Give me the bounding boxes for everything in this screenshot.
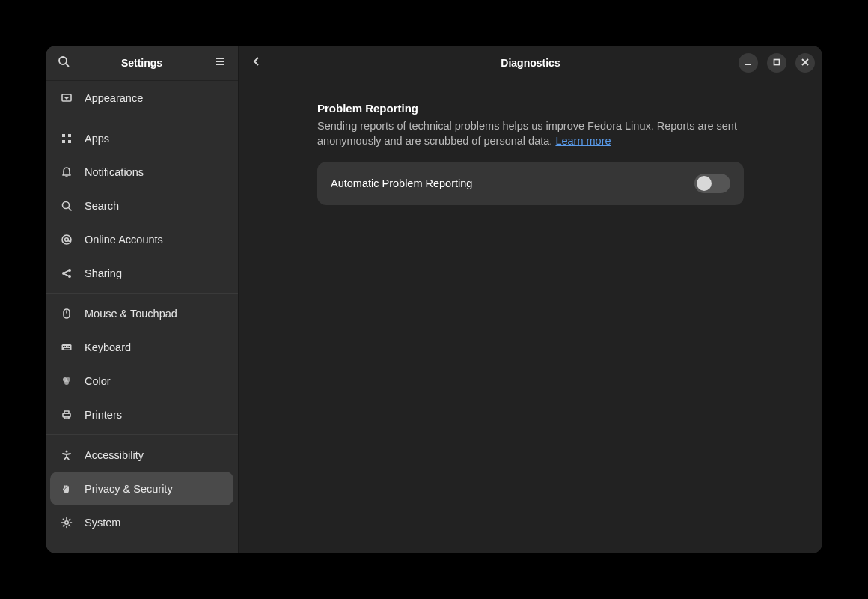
learn-more-link[interactable]: Learn more [555, 135, 611, 147]
sidebar-item-color[interactable]: Color [46, 364, 238, 398]
sidebar-item-label: Appearance [85, 92, 143, 104]
sidebar-item-mouse-touchpad[interactable]: Mouse & Touchpad [46, 297, 238, 330]
svg-line-12 [69, 207, 72, 210]
minimize-icon [742, 56, 754, 70]
keyboard-icon [59, 341, 74, 353]
gear-icon [59, 517, 74, 529]
svg-rect-6 [62, 134, 65, 137]
sidebar-item-label: Accessibility [85, 449, 144, 461]
sidebar-item-online-accounts[interactable]: Online Accounts [46, 222, 238, 256]
search-icon [59, 200, 74, 212]
content-area: Problem Reporting Sending reports of tec… [239, 81, 822, 553]
sidebar-header: Settings [46, 46, 238, 81]
back-button[interactable] [246, 52, 267, 73]
sidebar-item-apps[interactable]: Apps [46, 121, 238, 155]
close-button[interactable] [795, 53, 815, 73]
sidebar-item-label: Mouse & Touchpad [85, 308, 177, 320]
sidebar-item-printers[interactable]: Printers [46, 398, 238, 431]
maximize-icon [771, 56, 783, 70]
svg-rect-27 [64, 348, 70, 350]
sidebar-item-keyboard[interactable]: Keyboard [46, 330, 238, 364]
sidebar-list: AppearanceAppsNotificationsSearchOnline … [46, 81, 238, 553]
section-description: Sending reports of technical problems he… [317, 119, 744, 148]
window-controls [739, 53, 815, 73]
svg-rect-32 [64, 411, 69, 413]
svg-point-0 [59, 57, 67, 64]
svg-rect-9 [68, 140, 71, 143]
svg-point-30 [64, 380, 69, 385]
sidebar-item-search[interactable]: Search [46, 189, 238, 222]
sidebar-item-accessibility[interactable]: Accessibility [46, 438, 238, 472]
svg-line-19 [65, 274, 69, 276]
settings-window: Settings AppearanceAppsNotificationsSear… [46, 46, 822, 553]
search-icon [58, 55, 70, 70]
close-icon [799, 56, 811, 70]
page-title: Diagnostics [239, 57, 822, 69]
svg-line-18 [65, 270, 69, 273]
main-panel: Diagnostics [239, 46, 822, 553]
svg-rect-37 [774, 59, 780, 64]
at-icon [59, 234, 74, 246]
section-description-text: Sending reports of technical problems he… [317, 120, 737, 147]
sidebar-item-label: Notifications [85, 166, 144, 178]
svg-point-35 [65, 520, 68, 523]
hand-icon [59, 483, 74, 495]
svg-rect-24 [65, 346, 67, 347]
svg-rect-22 [62, 344, 72, 350]
hamburger-icon [214, 55, 226, 70]
sidebar-item-appearance[interactable]: Appearance [46, 81, 238, 115]
menu-button[interactable] [210, 52, 230, 73]
separator [46, 293, 238, 294]
sidebar-item-notifications[interactable]: Notifications [46, 155, 238, 189]
sidebar-item-label: Privacy & Security [85, 483, 173, 495]
search-button[interactable] [53, 52, 74, 73]
bell-icon [59, 166, 74, 178]
mouse-icon [59, 308, 74, 320]
share-icon [59, 267, 74, 279]
svg-rect-23 [63, 346, 64, 347]
sidebar-item-label: Apps [85, 133, 109, 145]
svg-rect-25 [67, 346, 68, 347]
printer-icon [59, 409, 74, 421]
sidebar-item-privacy-security[interactable]: Privacy & Security [50, 472, 233, 505]
minimize-button[interactable] [739, 53, 758, 73]
automatic-problem-reporting-row[interactable]: Automatic Problem Reporting [317, 162, 744, 205]
svg-point-13 [62, 235, 71, 244]
chevron-left-icon [251, 55, 263, 70]
sidebar-item-label: Printers [85, 409, 122, 421]
separator [46, 118, 238, 118]
separator [46, 434, 238, 435]
appearance-icon [59, 92, 74, 104]
sidebar-item-label: Color [85, 375, 111, 387]
sidebar-item-sharing[interactable]: Sharing [46, 256, 238, 290]
sidebar-item-label: System [85, 517, 120, 529]
svg-point-34 [66, 450, 68, 452]
sidebar-item-label: Keyboard [85, 341, 131, 353]
sidebar-item-label: Sharing [85, 267, 122, 279]
section-title: Problem Reporting [317, 102, 744, 115]
maximize-button[interactable] [767, 53, 786, 73]
sidebar-item-label: Search [85, 200, 119, 212]
svg-line-1 [66, 64, 69, 67]
svg-rect-8 [62, 140, 65, 143]
row-label: Automatic Problem Reporting [331, 177, 472, 189]
color-icon [59, 375, 74, 387]
apps-icon [59, 133, 74, 145]
main-header: Diagnostics [239, 46, 822, 81]
sidebar: Settings AppearanceAppsNotificationsSear… [46, 46, 239, 553]
sidebar-title: Settings [74, 57, 210, 69]
sidebar-item-system[interactable]: System [46, 505, 238, 539]
svg-rect-26 [69, 346, 70, 347]
sidebar-item-label: Online Accounts [85, 234, 163, 246]
automatic-problem-reporting-switch[interactable] [694, 174, 730, 193]
accessibility-icon [59, 449, 74, 461]
svg-rect-7 [68, 134, 71, 137]
